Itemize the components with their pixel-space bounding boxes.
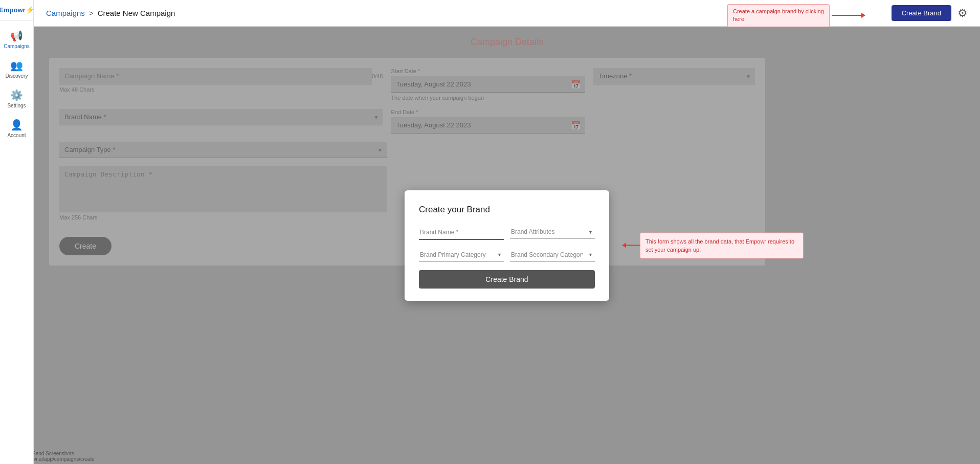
sidebar-item-settings[interactable]: ⚙️ Settings xyxy=(0,84,33,114)
breadcrumb: Campaigns > Create New Campaign xyxy=(46,9,175,17)
topbar-right: Create Brand ⚙ xyxy=(892,5,968,21)
breadcrumb-current: Create New Campaign xyxy=(98,9,175,17)
modal-annotation-arrow xyxy=(625,245,640,246)
content-area: Campaign Details 0/48 Max 48 Chars Start… xyxy=(34,27,980,464)
main-area: Campaigns > Create New Campaign Create a… xyxy=(34,0,980,464)
modal-brand-primary-wrapper: Brand Primary Category xyxy=(419,248,504,262)
sidebar: Empowr⚡ 📢 Campaigns 👥 Discovery ⚙️ Setti… xyxy=(0,0,34,464)
user-avatar-icon[interactable]: ⚙ xyxy=(957,7,968,20)
campaigns-icon: 📢 xyxy=(10,30,23,42)
modal-brand-attributes-wrapper: Brand Attributes xyxy=(510,225,595,240)
modal-create-brand-button[interactable]: Create Brand xyxy=(419,270,595,289)
sidebar-item-campaigns[interactable]: 📢 Campaigns xyxy=(0,25,33,54)
sidebar-item-discovery[interactable]: 👥 Discovery xyxy=(0,54,33,84)
sidebar-item-account[interactable]: 👤 Account xyxy=(0,114,33,143)
topbar-annotation-arrow xyxy=(832,15,862,16)
modal-brand-attributes-select[interactable]: Brand Attributes xyxy=(510,225,595,239)
modal-brand-secondary-wrapper: Brand Secondary Category xyxy=(510,248,595,262)
modal-overlay: Create your Brand Brand Attributes xyxy=(34,27,980,464)
modal-title: Create your Brand xyxy=(419,205,595,215)
create-brand-button[interactable]: Create Brand xyxy=(892,5,951,21)
sidebar-item-discovery-label: Discovery xyxy=(6,73,28,79)
topbar-annotation-box: Create a campaign brand by clicking here xyxy=(727,4,830,27)
sidebar-item-campaigns-label: Campaigns xyxy=(4,43,30,49)
modal-brand-name-field xyxy=(419,225,504,240)
sidebar-item-account-label: Account xyxy=(7,132,26,138)
discovery-icon: 👥 xyxy=(10,59,23,72)
modal-brand-name-input[interactable] xyxy=(419,225,504,240)
sidebar-item-settings-label: Settings xyxy=(7,103,26,108)
logo-text: Empowr⚡ xyxy=(0,6,34,14)
modal-brand-secondary-select[interactable]: Brand Secondary Category xyxy=(510,248,595,262)
modal-annotation: This form shows all the brand data, that… xyxy=(640,232,804,258)
modal-brand-primary-select[interactable]: Brand Primary Category xyxy=(419,248,504,262)
create-brand-modal: Create your Brand Brand Attributes xyxy=(405,190,609,301)
topbar: Campaigns > Create New Campaign Create a… xyxy=(34,0,980,27)
account-icon: 👤 xyxy=(10,119,23,131)
settings-icon: ⚙️ xyxy=(10,89,23,101)
app-logo: Empowr⚡ xyxy=(0,0,33,20)
modal-row-1: Brand Attributes xyxy=(419,225,595,240)
breadcrumb-sep: > xyxy=(89,9,94,17)
breadcrumb-campaigns[interactable]: Campaigns xyxy=(46,9,85,17)
modal-row-2: Brand Primary Category Brand Secondary C… xyxy=(419,248,595,262)
topbar-annotation: Create a campaign brand by clicking here xyxy=(727,4,862,27)
